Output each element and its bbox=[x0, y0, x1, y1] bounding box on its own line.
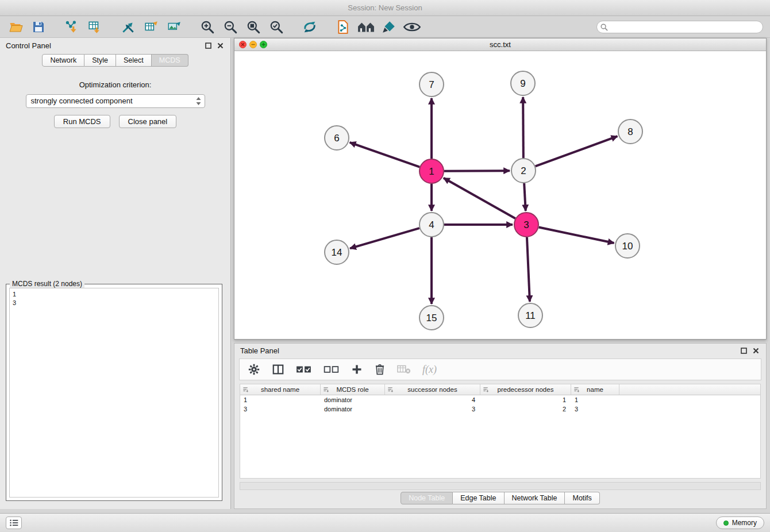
table-cell: 3 bbox=[385, 404, 480, 414]
zoom-window-icon[interactable] bbox=[260, 41, 267, 48]
network-view-window: scc.txt 7968124314101511 bbox=[234, 38, 767, 340]
search-box bbox=[596, 21, 763, 33]
svg-text:6: 6 bbox=[334, 133, 339, 144]
criterion-dropdown-value: strongly connected component bbox=[31, 97, 133, 105]
svg-text:15: 15 bbox=[426, 313, 437, 323]
edge-2-3[interactable] bbox=[524, 183, 526, 211]
eye-icon[interactable] bbox=[402, 18, 422, 36]
sort-icon[interactable] bbox=[242, 387, 249, 393]
gear-icon[interactable] bbox=[248, 363, 260, 376]
edge-1-2[interactable] bbox=[444, 171, 510, 171]
image-export-icon[interactable] bbox=[164, 18, 184, 36]
edge-3-1[interactable] bbox=[444, 178, 515, 218]
graph-node-2[interactable]: 2 bbox=[511, 159, 536, 183]
graph-node-4[interactable]: 4 bbox=[419, 213, 444, 237]
tab-network[interactable]: Network bbox=[42, 54, 84, 67]
mcds-result-box: MCDS result (2 nodes) 1 3 bbox=[6, 284, 222, 501]
columns-icon[interactable] bbox=[272, 363, 284, 376]
control-panel-title: Control Panel bbox=[6, 41, 51, 50]
main-toolbar bbox=[0, 16, 770, 38]
sort-icon[interactable] bbox=[483, 387, 489, 393]
open-folder-icon[interactable] bbox=[6, 18, 25, 36]
edge-1-6[interactable] bbox=[350, 142, 420, 167]
close-table-panel-icon[interactable] bbox=[753, 348, 759, 354]
minimize-window-icon[interactable] bbox=[249, 41, 257, 48]
close-window-icon[interactable] bbox=[239, 41, 247, 48]
float-panel-icon[interactable] bbox=[205, 43, 211, 49]
tab-network-table[interactable]: Network Table bbox=[505, 492, 565, 504]
edge-3-11[interactable] bbox=[527, 237, 530, 302]
table-panel-title: Table Panel bbox=[240, 346, 279, 355]
svg-text:2: 2 bbox=[521, 165, 526, 176]
column-header-mcds-role[interactable]: MCDS role bbox=[321, 384, 385, 395]
run-mcds-button[interactable]: Run MCDS bbox=[54, 115, 110, 128]
zoom-fit-icon[interactable] bbox=[244, 18, 263, 36]
tab-edge-table[interactable]: Edge Table bbox=[453, 492, 504, 504]
mcds-result-text: 1 3 bbox=[9, 288, 219, 498]
table-toolbar: f(x) bbox=[239, 358, 761, 380]
status-bar: Memory bbox=[0, 513, 770, 532]
tab-mcds[interactable]: MCDS bbox=[152, 54, 188, 67]
close-panel-icon[interactable] bbox=[217, 43, 224, 49]
function-builder-icon: f(x) bbox=[422, 364, 437, 376]
svg-text:11: 11 bbox=[525, 310, 536, 321]
table-cell: 4 bbox=[385, 395, 480, 404]
double-home-icon[interactable] bbox=[356, 18, 376, 36]
table-row[interactable]: 3dominator323 bbox=[240, 404, 760, 414]
network-canvas[interactable]: 7968124314101511 bbox=[234, 51, 766, 339]
style-brush-icon[interactable] bbox=[379, 18, 399, 36]
zoom-selected-icon[interactable] bbox=[267, 18, 286, 36]
import-network-icon[interactable] bbox=[62, 18, 82, 36]
zoom-in-icon[interactable] bbox=[198, 18, 217, 36]
tab-motifs[interactable]: Motifs bbox=[565, 492, 599, 504]
control-panel-tabs: NetworkStyleSelectMCDS bbox=[0, 54, 230, 67]
table-cell: 3 bbox=[240, 404, 321, 414]
float-table-panel-icon[interactable] bbox=[741, 348, 747, 354]
zoom-out-icon[interactable] bbox=[221, 18, 240, 36]
table-cell: dominator bbox=[321, 395, 385, 404]
select-all-icon[interactable] bbox=[296, 365, 312, 374]
table-horizontal-scrollbar[interactable] bbox=[240, 482, 761, 490]
tab-select[interactable]: Select bbox=[116, 54, 152, 67]
graph-node-3[interactable]: 3 bbox=[514, 213, 538, 237]
criterion-dropdown[interactable]: strongly connected component bbox=[26, 94, 205, 108]
document-share-icon[interactable] bbox=[333, 18, 353, 36]
graph-node-14[interactable]: 14 bbox=[325, 240, 349, 264]
graph-node-15[interactable]: 15 bbox=[419, 306, 444, 330]
sort-icon[interactable] bbox=[573, 387, 580, 393]
network-arrows-icon[interactable] bbox=[118, 18, 138, 36]
deselect-all-icon[interactable] bbox=[324, 365, 340, 374]
tab-style[interactable]: Style bbox=[84, 54, 116, 67]
sort-icon[interactable] bbox=[387, 387, 394, 393]
tab-node-table[interactable]: Node Table bbox=[401, 492, 453, 504]
graph-node-6[interactable]: 6 bbox=[325, 126, 349, 150]
table-cell: 3 bbox=[571, 404, 619, 414]
column-header-predecessor-nodes[interactable]: predecessor nodes bbox=[480, 384, 571, 395]
table-export-icon[interactable] bbox=[141, 18, 161, 36]
table-row[interactable]: 1dominator411 bbox=[240, 395, 760, 404]
table-cell: 1 bbox=[571, 395, 619, 404]
graph-node-11[interactable]: 11 bbox=[518, 303, 542, 327]
column-header-shared-name[interactable]: shared name bbox=[240, 384, 321, 395]
memory-button[interactable]: Memory bbox=[716, 516, 764, 529]
add-column-icon[interactable] bbox=[351, 364, 363, 375]
graph-node-8[interactable]: 8 bbox=[618, 119, 642, 144]
task-history-button[interactable] bbox=[6, 516, 22, 529]
edge-2-9[interactable] bbox=[523, 97, 523, 158]
graph-node-7[interactable]: 7 bbox=[419, 72, 444, 97]
edge-3-10[interactable] bbox=[539, 228, 614, 244]
column-header-name[interactable]: name bbox=[571, 384, 619, 395]
edge-2-8[interactable] bbox=[536, 136, 618, 166]
import-table-icon[interactable] bbox=[85, 18, 105, 36]
graph-node-10[interactable]: 10 bbox=[615, 234, 640, 258]
search-input[interactable] bbox=[596, 21, 763, 33]
graph-node-1[interactable]: 1 bbox=[419, 159, 444, 183]
sort-icon[interactable] bbox=[323, 387, 329, 393]
graph-node-9[interactable]: 9 bbox=[511, 71, 535, 95]
save-disk-icon[interactable] bbox=[29, 18, 48, 36]
close-panel-button[interactable]: Close panel bbox=[119, 115, 177, 128]
edge-4-14[interactable] bbox=[350, 228, 419, 248]
delete-column-icon[interactable] bbox=[374, 363, 386, 376]
refresh-icon[interactable] bbox=[300, 18, 319, 36]
column-header-successor-nodes[interactable]: successor nodes bbox=[385, 384, 480, 395]
